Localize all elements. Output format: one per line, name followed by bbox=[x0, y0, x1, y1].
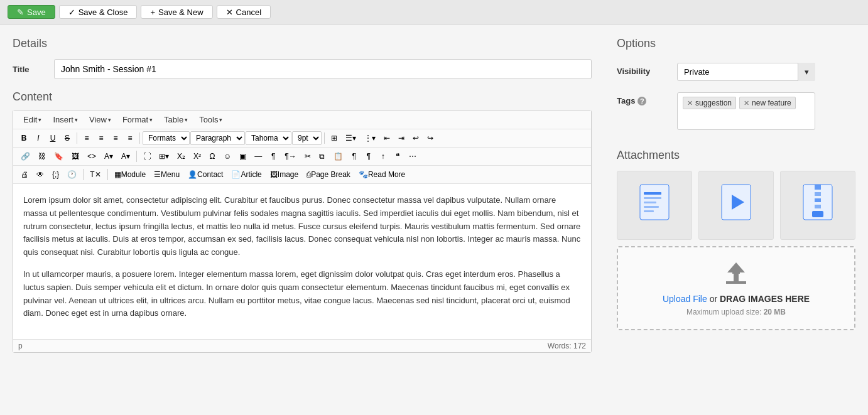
copy-button[interactable]: ⧉ bbox=[315, 149, 329, 163]
upload-drag-text: DRAG IMAGES HERE bbox=[720, 294, 810, 304]
formats-select[interactable]: Formats bbox=[143, 131, 190, 145]
paragraph-select[interactable]: Paragraph bbox=[190, 131, 245, 145]
special-chars-button[interactable]: ⊞ bbox=[327, 131, 341, 145]
pilcrow-button[interactable]: ¶ bbox=[347, 149, 361, 163]
read-more-icon: 🐾 bbox=[359, 170, 368, 179]
image-button[interactable]: 🖼 Image bbox=[266, 168, 302, 181]
page-break-button[interactable]: ⎙ Page Break bbox=[303, 168, 354, 181]
font-select[interactable]: Tahoma bbox=[246, 131, 291, 145]
tags-container[interactable]: ✕ suggestion ✕ new feature bbox=[677, 92, 815, 130]
attachment-doc[interactable] bbox=[617, 171, 692, 240]
contact-icon: 👤 bbox=[188, 170, 197, 179]
editor-body[interactable]: Lorem ipsum dolor sit amet, consectetur … bbox=[13, 184, 591, 339]
contact-button[interactable]: 👤 Contact bbox=[184, 168, 227, 181]
italic-button[interactable]: I bbox=[31, 131, 45, 145]
strikethrough-button[interactable]: S bbox=[60, 131, 74, 145]
attachment-zip[interactable] bbox=[780, 171, 855, 240]
subscript-button[interactable]: X₂ bbox=[173, 149, 189, 163]
separator-3 bbox=[324, 132, 325, 144]
more-button[interactable]: ⋯ bbox=[405, 149, 420, 163]
align-right-button[interactable]: ≡ bbox=[109, 131, 122, 145]
redo-button[interactable]: ↪ bbox=[423, 131, 437, 145]
options-heading: Options bbox=[617, 37, 855, 50]
attachment-video[interactable] bbox=[698, 171, 774, 240]
doc-icon bbox=[639, 183, 670, 228]
emoticon-button[interactable]: ☺ bbox=[220, 149, 235, 163]
upload-link[interactable]: Upload File bbox=[663, 294, 707, 304]
preview-button[interactable]: 👁 bbox=[33, 168, 48, 181]
bold-button[interactable]: B bbox=[17, 131, 31, 145]
module-button[interactable]: ▦ Module bbox=[111, 168, 149, 181]
attachments-row bbox=[617, 171, 855, 240]
outdent-button[interactable]: ⇥ bbox=[394, 131, 408, 145]
size-select[interactable]: 9pt bbox=[292, 131, 322, 145]
undo-button[interactable]: ↩ bbox=[409, 131, 423, 145]
superscript-button[interactable]: X² bbox=[190, 149, 205, 163]
link-button[interactable]: 🔗 bbox=[17, 149, 34, 163]
cancel-button[interactable]: ✕ Cancel bbox=[217, 5, 271, 19]
tags-label: Tags ? bbox=[617, 92, 667, 105]
tags-info-icon[interactable]: ? bbox=[637, 97, 646, 105]
visibility-select[interactable]: Private Public Protected bbox=[677, 63, 815, 81]
code-view-button[interactable]: {;} bbox=[48, 168, 63, 181]
highlight-button[interactable]: A▾ bbox=[117, 149, 134, 163]
menu-view[interactable]: View ▾ bbox=[84, 113, 116, 126]
save-icon: ✎ bbox=[17, 8, 24, 17]
menu-button-editor[interactable]: ☰ Menu bbox=[150, 168, 183, 181]
media-button[interactable]: ▣ bbox=[236, 149, 250, 163]
menu-edit[interactable]: Edit ▾ bbox=[18, 113, 46, 126]
align-left-button[interactable]: ≡ bbox=[80, 131, 94, 145]
align-justify-button[interactable]: ≡ bbox=[123, 131, 137, 145]
article-icon: 📄 bbox=[231, 170, 241, 179]
cut-button[interactable]: ✂ bbox=[301, 149, 315, 163]
table-insert-button[interactable]: ⊞▾ bbox=[155, 149, 173, 163]
visibility-label: Visibility bbox=[617, 63, 667, 76]
upload-connector: or bbox=[710, 294, 720, 304]
clock-button[interactable]: 🕐 bbox=[63, 168, 80, 181]
menu-format[interactable]: Format ▾ bbox=[117, 113, 158, 126]
editor-element: p bbox=[18, 342, 23, 350]
clear-format-button[interactable]: T✕ bbox=[86, 168, 104, 181]
article-button[interactable]: 📄 Article bbox=[227, 168, 265, 181]
unlink-button[interactable]: ⛓ bbox=[35, 149, 50, 163]
save-button[interactable]: ✎ Save bbox=[8, 5, 55, 19]
blockquote-button[interactable]: ❝ bbox=[391, 149, 404, 163]
upload-zone[interactable]: Upload File or DRAG IMAGES HERE Maximum … bbox=[617, 246, 855, 330]
pilcrow2-button[interactable]: ¶ bbox=[362, 149, 376, 163]
format-arrow-icon: ▾ bbox=[149, 117, 153, 123]
align-center-button[interactable]: ≡ bbox=[94, 131, 108, 145]
attachments-section: Attachments bbox=[617, 149, 855, 330]
svg-rect-1 bbox=[644, 192, 661, 195]
menu-insert[interactable]: Insert ▾ bbox=[48, 113, 83, 126]
tag-suggestion: ✕ suggestion bbox=[683, 97, 736, 109]
paste-button[interactable]: 📋 bbox=[330, 149, 347, 163]
editor-toolbar-2: 🔗 ⛓ 🔖 🖼 <> A▾ A▾ ⛶ ⊞▾ X₂ X² Ω ☺ ▣ — ¶ ¶→… bbox=[13, 148, 591, 166]
save-new-button[interactable]: + Save & New bbox=[141, 5, 212, 19]
tag-new-feature-remove[interactable]: ✕ bbox=[744, 99, 749, 107]
tag-suggestion-remove[interactable]: ✕ bbox=[687, 99, 693, 107]
code-button[interactable]: <> bbox=[84, 149, 100, 163]
source-button[interactable]: ↑ bbox=[376, 149, 390, 163]
indent-button[interactable]: ⇤ bbox=[380, 131, 394, 145]
hr-button[interactable]: — bbox=[251, 149, 266, 163]
print-button[interactable]: 🖨 bbox=[17, 168, 32, 181]
image-insert-button[interactable]: 🖼 bbox=[68, 149, 83, 163]
unordered-list-button[interactable]: ☰▾ bbox=[342, 131, 360, 145]
menu-icon: ☰ bbox=[154, 170, 161, 179]
font-color-button[interactable]: A▾ bbox=[100, 149, 117, 163]
read-more-button[interactable]: 🐾 Read More bbox=[355, 168, 409, 181]
menu-table[interactable]: Table ▾ bbox=[159, 113, 193, 126]
bookmark-button[interactable]: 🔖 bbox=[50, 149, 67, 163]
special-char-button[interactable]: Ω bbox=[205, 149, 219, 163]
editor-container: Edit ▾ Insert ▾ View ▾ Format ▾ Table bbox=[13, 110, 592, 353]
ordered-list-button[interactable]: ⋮▾ bbox=[361, 131, 379, 145]
save-close-button[interactable]: ✓ Save & Close bbox=[59, 5, 138, 19]
editor-toolbar-3: 🖨 👁 {;} 🕐 T✕ ▦ Module ☰ Menu 👤 Contact bbox=[13, 166, 591, 184]
content-label: Content bbox=[13, 90, 592, 104]
fullscreen-button[interactable]: ⛶ bbox=[139, 149, 155, 163]
underline-button[interactable]: U bbox=[46, 131, 60, 145]
paragraph-mark-button[interactable]: ¶ bbox=[266, 149, 280, 163]
title-input[interactable] bbox=[54, 59, 592, 79]
menu-tools[interactable]: Tools ▾ bbox=[194, 113, 227, 126]
ltr-button[interactable]: ¶→ bbox=[281, 149, 300, 163]
